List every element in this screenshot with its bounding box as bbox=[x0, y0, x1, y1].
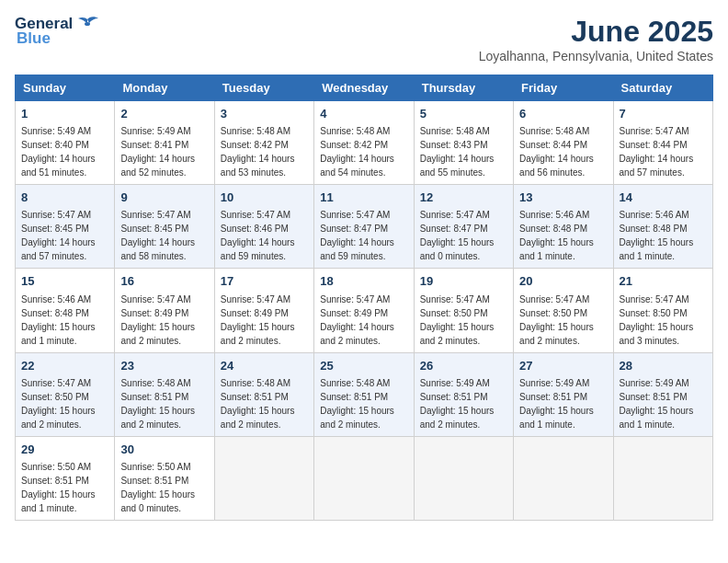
svg-point-0 bbox=[85, 22, 90, 26]
calendar-cell: 1 Sunrise: 5:49 AMSunset: 8:40 PMDayligh… bbox=[16, 101, 115, 185]
day-number: 20 bbox=[519, 273, 607, 290]
calendar-cell bbox=[514, 436, 613, 520]
calendar-cell: 29 Sunrise: 5:50 AMSunset: 8:51 PMDaylig… bbox=[16, 436, 115, 520]
day-number: 27 bbox=[519, 358, 607, 374]
day-number: 26 bbox=[420, 358, 507, 374]
day-info: Sunrise: 5:48 AMSunset: 8:51 PMDaylight:… bbox=[221, 378, 295, 430]
day-info: Sunrise: 5:49 AMSunset: 8:51 PMDaylight:… bbox=[519, 378, 594, 430]
calendar-cell: 3 Sunrise: 5:48 AMSunset: 8:42 PMDayligh… bbox=[214, 101, 313, 185]
day-info: Sunrise: 5:47 AMSunset: 8:50 PMDaylight:… bbox=[21, 378, 96, 430]
day-number: 19 bbox=[420, 273, 507, 290]
day-info: Sunrise: 5:46 AMSunset: 8:48 PMDaylight:… bbox=[620, 210, 694, 261]
day-info: Sunrise: 5:47 AMSunset: 8:47 PMDaylight:… bbox=[420, 210, 495, 261]
day-number: 11 bbox=[320, 190, 407, 206]
day-info: Sunrise: 5:46 AMSunset: 8:48 PMDaylight:… bbox=[519, 210, 594, 261]
calendar-table: SundayMondayTuesdayWednesdayThursdayFrid… bbox=[15, 75, 713, 521]
day-number: 22 bbox=[21, 358, 108, 374]
calendar-cell bbox=[613, 436, 712, 520]
calendar-cell bbox=[314, 436, 414, 520]
day-number: 1 bbox=[21, 106, 108, 122]
calendar-header-thursday: Thursday bbox=[414, 75, 513, 101]
calendar-header-wednesday: Wednesday bbox=[314, 75, 414, 101]
day-number: 28 bbox=[620, 358, 707, 374]
calendar-cell: 6 Sunrise: 5:48 AMSunset: 8:44 PMDayligh… bbox=[514, 101, 613, 185]
calendar-header-saturday: Saturday bbox=[613, 75, 712, 101]
day-info: Sunrise: 5:47 AMSunset: 8:45 PMDaylight:… bbox=[21, 210, 96, 261]
calendar-cell: 15 Sunrise: 5:46 AMSunset: 8:48 PMDaylig… bbox=[16, 269, 115, 352]
day-info: Sunrise: 5:49 AMSunset: 8:40 PMDaylight:… bbox=[21, 126, 96, 178]
day-info: Sunrise: 5:47 AMSunset: 8:50 PMDaylight:… bbox=[420, 294, 495, 346]
calendar-header-monday: Monday bbox=[115, 75, 214, 101]
day-info: Sunrise: 5:50 AMSunset: 8:51 PMDaylight:… bbox=[120, 462, 195, 513]
calendar-cell: 8 Sunrise: 5:47 AMSunset: 8:45 PMDayligh… bbox=[16, 185, 115, 269]
calendar-cell: 17 Sunrise: 5:47 AMSunset: 8:49 PMDaylig… bbox=[214, 269, 313, 352]
day-info: Sunrise: 5:47 AMSunset: 8:50 PMDaylight:… bbox=[519, 294, 594, 346]
day-number: 17 bbox=[221, 273, 308, 290]
day-info: Sunrise: 5:48 AMSunset: 8:42 PMDaylight:… bbox=[320, 126, 394, 178]
calendar-header-sunday: Sunday bbox=[16, 75, 115, 101]
calendar-cell: 10 Sunrise: 5:47 AMSunset: 8:46 PMDaylig… bbox=[214, 185, 313, 269]
day-number: 30 bbox=[120, 442, 208, 458]
logo-bird-icon bbox=[74, 16, 100, 32]
day-info: Sunrise: 5:48 AMSunset: 8:51 PMDaylight:… bbox=[120, 378, 195, 430]
calendar-cell: 20 Sunrise: 5:47 AMSunset: 8:50 PMDaylig… bbox=[514, 269, 613, 352]
day-number: 21 bbox=[620, 273, 707, 290]
logo-blue-text: Blue bbox=[17, 29, 51, 48]
calendar-cell: 9 Sunrise: 5:47 AMSunset: 8:45 PMDayligh… bbox=[115, 185, 214, 269]
calendar-cell: 4 Sunrise: 5:48 AMSunset: 8:42 PMDayligh… bbox=[314, 101, 414, 185]
day-number: 12 bbox=[420, 190, 507, 206]
calendar-cell: 25 Sunrise: 5:48 AMSunset: 8:51 PMDaylig… bbox=[314, 352, 414, 436]
day-info: Sunrise: 5:48 AMSunset: 8:43 PMDaylight:… bbox=[420, 126, 495, 178]
calendar-cell: 14 Sunrise: 5:46 AMSunset: 8:48 PMDaylig… bbox=[613, 185, 712, 269]
day-number: 10 bbox=[221, 190, 308, 206]
calendar-cell: 28 Sunrise: 5:49 AMSunset: 8:51 PMDaylig… bbox=[613, 352, 712, 436]
location-title: Loyalhanna, Pennsylvania, United States bbox=[479, 49, 713, 63]
day-info: Sunrise: 5:47 AMSunset: 8:47 PMDaylight:… bbox=[320, 210, 394, 261]
day-number: 23 bbox=[120, 358, 208, 374]
calendar-cell: 18 Sunrise: 5:47 AMSunset: 8:49 PMDaylig… bbox=[314, 269, 414, 352]
page-header: General Blue June 2025 Loyalhanna, Penns… bbox=[15, 15, 713, 63]
day-number: 8 bbox=[21, 190, 108, 206]
calendar-cell: 27 Sunrise: 5:49 AMSunset: 8:51 PMDaylig… bbox=[514, 352, 613, 436]
day-number: 24 bbox=[221, 358, 308, 374]
day-number: 29 bbox=[21, 442, 108, 458]
calendar-cell: 13 Sunrise: 5:46 AMSunset: 8:48 PMDaylig… bbox=[514, 185, 613, 269]
calendar-cell: 24 Sunrise: 5:48 AMSunset: 8:51 PMDaylig… bbox=[214, 352, 313, 436]
calendar-cell: 26 Sunrise: 5:49 AMSunset: 8:51 PMDaylig… bbox=[414, 352, 513, 436]
calendar-week-row: 15 Sunrise: 5:46 AMSunset: 8:48 PMDaylig… bbox=[16, 269, 713, 352]
calendar-header-friday: Friday bbox=[514, 75, 613, 101]
calendar-week-row: 8 Sunrise: 5:47 AMSunset: 8:45 PMDayligh… bbox=[16, 185, 713, 269]
calendar-cell: 16 Sunrise: 5:47 AMSunset: 8:49 PMDaylig… bbox=[115, 269, 214, 352]
day-info: Sunrise: 5:47 AMSunset: 8:49 PMDaylight:… bbox=[221, 294, 295, 346]
day-number: 9 bbox=[120, 190, 208, 206]
title-block: June 2025 Loyalhanna, Pennsylvania, Unit… bbox=[479, 15, 713, 63]
day-info: Sunrise: 5:50 AMSunset: 8:51 PMDaylight:… bbox=[21, 462, 96, 513]
day-info: Sunrise: 5:47 AMSunset: 8:46 PMDaylight:… bbox=[221, 210, 295, 261]
calendar-cell: 5 Sunrise: 5:48 AMSunset: 8:43 PMDayligh… bbox=[414, 101, 513, 185]
calendar-cell: 12 Sunrise: 5:47 AMSunset: 8:47 PMDaylig… bbox=[414, 185, 513, 269]
calendar-cell: 2 Sunrise: 5:49 AMSunset: 8:41 PMDayligh… bbox=[115, 101, 214, 185]
day-info: Sunrise: 5:49 AMSunset: 8:51 PMDaylight:… bbox=[420, 378, 495, 430]
day-info: Sunrise: 5:48 AMSunset: 8:51 PMDaylight:… bbox=[320, 378, 394, 430]
month-title: June 2025 bbox=[479, 15, 713, 49]
calendar-cell: 23 Sunrise: 5:48 AMSunset: 8:51 PMDaylig… bbox=[115, 352, 214, 436]
day-info: Sunrise: 5:47 AMSunset: 8:49 PMDaylight:… bbox=[120, 294, 195, 346]
day-number: 15 bbox=[21, 273, 108, 290]
day-number: 3 bbox=[221, 106, 308, 122]
day-info: Sunrise: 5:48 AMSunset: 8:44 PMDaylight:… bbox=[519, 126, 594, 178]
day-number: 13 bbox=[519, 190, 607, 206]
calendar-cell: 21 Sunrise: 5:47 AMSunset: 8:50 PMDaylig… bbox=[613, 269, 712, 352]
calendar-cell: 22 Sunrise: 5:47 AMSunset: 8:50 PMDaylig… bbox=[16, 352, 115, 436]
day-number: 7 bbox=[620, 106, 707, 122]
day-number: 4 bbox=[320, 106, 407, 122]
calendar-cell: 19 Sunrise: 5:47 AMSunset: 8:50 PMDaylig… bbox=[414, 269, 513, 352]
day-info: Sunrise: 5:47 AMSunset: 8:44 PMDaylight:… bbox=[620, 126, 694, 178]
calendar-week-row: 1 Sunrise: 5:49 AMSunset: 8:40 PMDayligh… bbox=[16, 101, 713, 185]
calendar-cell: 7 Sunrise: 5:47 AMSunset: 8:44 PMDayligh… bbox=[613, 101, 712, 185]
day-number: 6 bbox=[519, 106, 607, 122]
calendar-header-tuesday: Tuesday bbox=[214, 75, 313, 101]
day-number: 16 bbox=[120, 273, 208, 290]
calendar-week-row: 29 Sunrise: 5:50 AMSunset: 8:51 PMDaylig… bbox=[16, 436, 713, 520]
calendar-header-row: SundayMondayTuesdayWednesdayThursdayFrid… bbox=[16, 75, 713, 101]
calendar-cell bbox=[414, 436, 513, 520]
